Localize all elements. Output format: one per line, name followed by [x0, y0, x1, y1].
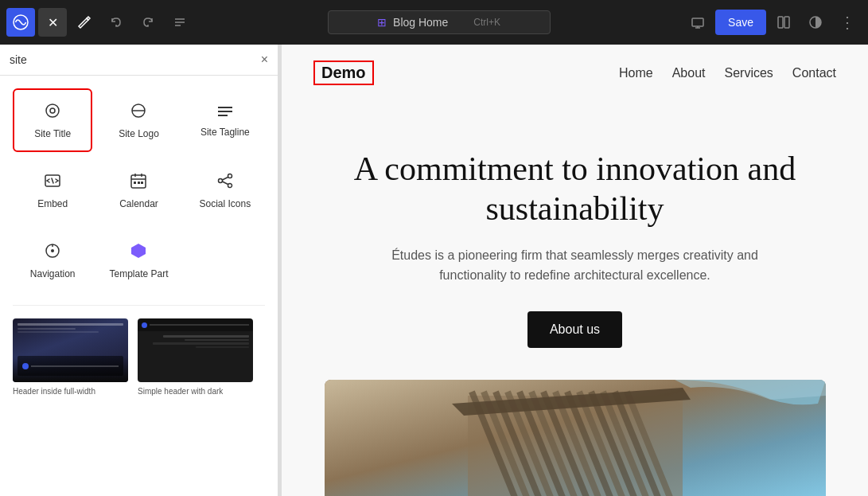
thumbnail-header-full-label: Header inside full-width [13, 387, 128, 396]
save-button[interactable]: Save [715, 10, 766, 35]
site-tagline-icon [216, 103, 234, 122]
site-logo-icon [130, 102, 147, 123]
device-preview-button[interactable] [683, 8, 712, 37]
canvas-area: Demo Home About Services Contact A commi… [282, 45, 868, 496]
block-navigation-label: Navigation [30, 268, 76, 279]
svg-rect-4 [692, 18, 703, 26]
svg-point-27 [218, 178, 222, 182]
block-embed[interactable]: Embed [13, 158, 92, 222]
block-embed-label: Embed [37, 198, 68, 209]
more-options-button[interactable]: ⋮ [833, 8, 862, 37]
block-calendar-label: Calendar [119, 198, 158, 209]
close-button[interactable]: ✕ [38, 8, 67, 37]
thumbnails-section: Header inside full-width [0, 306, 278, 408]
svg-line-29 [222, 177, 228, 180]
nav-services[interactable]: Services [725, 66, 773, 80]
nav-contact[interactable]: Contact [792, 66, 836, 80]
site-logo: Demo [313, 61, 374, 85]
template-part-icon [130, 242, 147, 264]
nav-home[interactable]: Home [619, 66, 653, 80]
thumbnail-header-dark-label: Simple header with dark [138, 387, 253, 396]
svg-line-30 [222, 182, 228, 185]
page-search-bar[interactable]: ⊞ Blog Home Ctrl+K [328, 10, 551, 34]
undo-button[interactable] [102, 8, 130, 37]
keyboard-shortcut: Ctrl+K [473, 17, 500, 28]
thumbnail-header-dark-img [138, 318, 253, 382]
hero-cta-button[interactable]: About us [527, 311, 622, 348]
toolbar-right: Save ⋮ [683, 8, 862, 37]
svg-rect-23 [134, 182, 136, 184]
svg-point-10 [46, 104, 59, 117]
site-header: Demo Home About Services Contact [282, 45, 868, 101]
block-site-logo[interactable]: Site Logo [99, 88, 178, 152]
hero-subtitle: Études is a pioneering firm that seamles… [376, 245, 774, 286]
svg-line-18 [52, 178, 53, 183]
block-site-tagline[interactable]: Site Tagline [185, 88, 265, 152]
toolbar-center: ⊞ Blog Home Ctrl+K [197, 10, 680, 34]
page-icon: ⊞ [377, 16, 387, 29]
site-preview: Demo Home About Services Contact A commi… [282, 45, 868, 496]
calendar-icon [130, 172, 147, 193]
embed-icon [44, 172, 61, 193]
svg-rect-24 [138, 182, 140, 184]
block-social-icons[interactable]: Social Icons [185, 158, 265, 222]
block-site-logo-label: Site Logo [119, 128, 159, 139]
thumbnail-header-full-img [13, 318, 128, 382]
hero-image [325, 380, 826, 496]
svg-rect-25 [141, 182, 143, 184]
block-site-tagline-label: Site Tagline [200, 127, 250, 138]
style-toggle-button[interactable] [801, 8, 830, 37]
sidebar-search-bar: × [0, 45, 278, 76]
site-navigation: Home About Services Contact [619, 66, 836, 80]
hero-section: A commitment to innovation and sustainab… [282, 101, 868, 496]
block-template-part[interactable]: Template Part [99, 228, 178, 292]
nav-about[interactable]: About [672, 66, 706, 80]
svg-point-28 [228, 183, 232, 187]
navigation-icon [44, 242, 61, 264]
block-navigation[interactable]: Navigation [13, 228, 92, 292]
redo-button[interactable] [134, 8, 162, 37]
page-name-label: Blog Home [393, 16, 448, 29]
search-input[interactable] [10, 53, 255, 66]
svg-point-32 [51, 249, 54, 252]
main-area: × Site Title [0, 45, 868, 496]
main-toolbar: ✕ ⊞ Blog Home Ctrl+K [0, 0, 868, 45]
blocks-grid: Site Title Site Logo [0, 76, 278, 305]
block-calendar[interactable]: Calendar [99, 158, 178, 222]
edit-button[interactable] [70, 8, 99, 37]
list-view-button[interactable] [165, 8, 194, 37]
wp-logo-button[interactable] [6, 8, 35, 37]
block-site-title[interactable]: Site Title [13, 88, 92, 152]
block-site-title-label: Site Title [34, 128, 71, 139]
svg-point-26 [228, 174, 232, 178]
svg-rect-7 [778, 17, 783, 28]
block-social-icons-label: Social Icons [199, 198, 251, 209]
thumbnail-header-full[interactable]: Header inside full-width [13, 318, 128, 396]
svg-rect-8 [784, 17, 789, 28]
blocks-sidebar: × Site Title [0, 45, 278, 496]
social-icons-icon [216, 172, 234, 193]
thumbnail-header-dark[interactable]: Simple header with dark [138, 318, 253, 396]
view-toggle-button[interactable] [769, 8, 798, 37]
block-template-part-label: Template Part [109, 268, 168, 279]
svg-point-11 [50, 108, 55, 113]
clear-search-button[interactable]: × [261, 53, 268, 67]
site-title-icon [44, 102, 61, 123]
hero-title: A commitment to innovation and sustainab… [329, 149, 822, 229]
